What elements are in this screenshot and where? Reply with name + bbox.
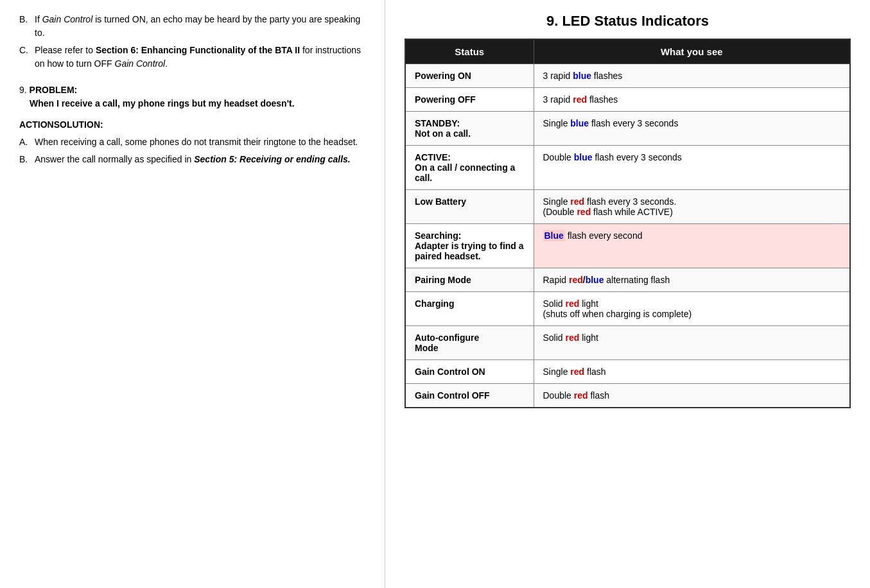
status-powering-off: Powering OFF [405,88,534,112]
list-item-c: C. Please refer to Section 6: Enhancing … [19,44,365,71]
red-text-low-battery-2: red [577,207,591,217]
led-table: Status What you see Powering ON 3 rapid … [405,39,851,408]
list-letter-c: C. [19,44,35,71]
table-row-powering-on: Powering ON 3 rapid blue flashes [405,64,850,88]
gain-control-italic-c: Gain Control [115,58,166,69]
desc-powering-off: 3 rapid red flashes [534,88,850,112]
table-row-powering-off: Powering OFF 3 rapid red flashes [405,88,850,112]
gain-control-on-bold: Gain Control ON [415,367,485,377]
table-row-auto-configure: Auto-configureMode Solid red light [405,326,850,360]
red-text-gain-on: red [570,367,584,377]
table-header-row: Status What you see [405,39,850,64]
problem-heading: 9. PROBLEM: [19,83,365,97]
desc-low-battery: Single red flash every 3 seconds.(Double… [534,190,850,224]
table-row-standby: STANDBY:Not on a call. Single blue flash… [405,112,850,146]
red-text-low-battery: red [570,196,584,207]
section5-bold-italic: Section 5: Receiving or ending calls. [194,154,351,164]
col-status-header: Status [405,39,534,64]
action-text-a: When receiving a call, some phones do no… [35,135,358,149]
desc-charging: Solid red light(shuts off when charging … [534,292,850,326]
action-item-a: A. When receiving a call, some phones do… [19,135,365,149]
list-text-c: Please refer to Section 6: Enhancing Fun… [35,44,365,71]
list-text-b: If Gain Control is turned ON, an echo ma… [35,13,365,40]
status-standby: STANDBY:Not on a call. [405,112,534,146]
mode-bold: Mode [415,343,439,353]
table-row-low-battery: Low Battery Single red flash every 3 sec… [405,190,850,224]
red-text-charging: red [566,298,580,309]
blue-text-powering-on: blue [573,71,591,81]
table-row-charging: Charging Solid red light(shuts off when … [405,292,850,326]
redblue-text-pairing: red/blue [569,275,604,285]
table-row-searching: Searching:Adapter is trying to find a pa… [405,224,850,268]
section6-bold: Section 6: Enhancing Functionality of th… [96,45,300,55]
status-auto-configure: Auto-configureMode [405,326,534,360]
status-gain-control-on: Gain Control ON [405,360,534,384]
status-powering-on: Powering ON [405,64,534,88]
status-searching: Searching:Adapter is trying to find a pa… [405,224,534,268]
desc-searching: Blue flash every second [534,224,850,268]
action-label: ACTIONSOLUTION: [19,118,365,132]
problem-section: 9. PROBLEM: When I receive a call, my ph… [19,83,365,110]
action-section: ACTIONSOLUTION: A. When receiving a call… [19,118,365,166]
action-letter-a: A. [19,135,35,149]
list-item-b: B. If Gain Control is turned ON, an echo… [19,13,365,40]
searching-sub: Adapter is trying to find a paired heads… [415,241,524,261]
standby-sub: Not on a call. [415,128,471,139]
gain-control-off-bold: Gain Control OFF [415,390,490,401]
table-row-gain-control-on: Gain Control ON Single red flash [405,360,850,384]
desc-auto-configure: Solid red light [534,326,850,360]
status-low-battery: Low Battery [405,190,534,224]
table-row-gain-control-off: Gain Control OFF Double red flash [405,384,850,408]
active-sub: On a call / connecting a call. [415,162,515,183]
blue-text-active: blue [574,152,593,162]
status-charging: Charging [405,292,534,326]
action-text-b: Answer the call normally as specified in… [35,153,351,166]
list-letter-b: B. [19,13,35,40]
action-item-b: B. Answer the call normally as specified… [19,153,365,166]
col-desc-header: What you see [534,39,850,64]
blue-part-pairing: blue [586,275,604,285]
active-bold: ACTIVE: [415,152,451,162]
desc-gain-control-on: Single red flash [534,360,850,384]
blue-text-standby: blue [570,118,589,128]
problem-description: When I receive a call, my phone rings bu… [30,97,365,110]
standby-bold: STANDBY: [415,118,460,128]
action-letter-b: B. [19,153,35,166]
status-active: ACTIVE:On a call / connecting a call. [405,146,534,190]
red-part-pairing: red [569,275,583,285]
desc-pairing-mode: Rapid red/blue alternating flash [534,268,850,292]
red-text-gain-off: red [574,390,588,401]
red-text-auto-configure: red [566,333,580,343]
status-pairing-mode: Pairing Mode [405,268,534,292]
desc-powering-on: 3 rapid blue flashes [534,64,850,88]
left-panel: B. If Gain Control is turned ON, an echo… [0,0,385,588]
status-gain-control-off: Gain Control OFF [405,384,534,408]
problem-number: 9. [19,85,30,95]
right-panel: 9. LED Status Indicators Status What you… [385,0,870,588]
section-title: 9. LED Status Indicators [405,13,851,30]
table-row-pairing-mode: Pairing Mode Rapid red/blue alternating … [405,268,850,292]
red-text-powering-off: red [573,94,587,105]
desc-standby: Single blue flash every 3 seconds [534,112,850,146]
table-row-active: ACTIVE:On a call / connecting a call. Do… [405,146,850,190]
auto-configure-bold: Auto-configure [415,333,479,343]
searching-bold: Searching: [415,230,461,241]
blue-highlighted-searching: Blue [543,230,565,241]
problem-label: PROBLEM: [30,85,78,95]
gain-control-italic-b: Gain Control [42,14,93,24]
desc-active: Double blue flash every 3 seconds [534,146,850,190]
desc-gain-control-off: Double red flash [534,384,850,408]
